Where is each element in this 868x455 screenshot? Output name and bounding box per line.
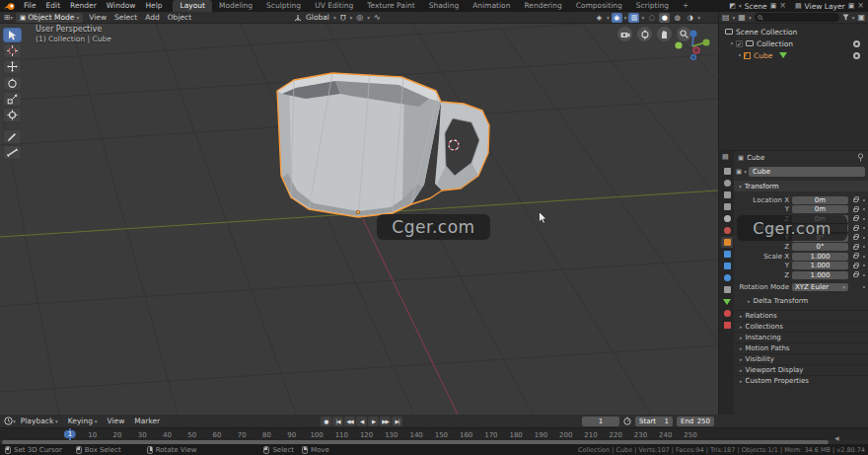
camera-view-button[interactable] <box>617 27 632 41</box>
animate-dot[interactable] <box>863 274 865 276</box>
section-delta-transform[interactable]: ▸Delta Transform <box>734 295 868 306</box>
play-reverse-button[interactable]: ◀ <box>356 417 367 426</box>
viewport-3d[interactable]: User Perspective (1) Collection | Cube C… <box>0 24 718 415</box>
ruler-tick-240[interactable]: 240 <box>659 431 672 439</box>
value-field[interactable]: 0m <box>792 205 848 213</box>
tool-cursor-button[interactable] <box>3 43 22 58</box>
tool-scale-button[interactable] <box>3 92 22 107</box>
ruler-tick-250[interactable]: 250 <box>684 431 696 439</box>
breadcrumb-object-name[interactable]: Cube <box>747 154 764 162</box>
menu-help[interactable]: Help <box>140 0 167 12</box>
properties-tab-texture[interactable] <box>721 320 733 331</box>
ruler-tick-210[interactable]: 210 <box>584 431 597 439</box>
previous-keyframe-button[interactable]: ◀◀ <box>344 417 355 426</box>
menu-file[interactable]: File <box>19 0 41 12</box>
timeline-ruler[interactable]: 1102030405060708090100110120130140150160… <box>0 427 868 440</box>
ruler-tick-80[interactable]: 80 <box>262 431 271 439</box>
collapse-arrow-icon[interactable]: ◀ <box>834 434 839 441</box>
value-field[interactable]: 1.000 <box>792 271 848 279</box>
scene-name[interactable]: Scene <box>745 2 767 11</box>
ruler-tick-130[interactable]: 130 <box>385 431 398 439</box>
viewport-menu-object[interactable]: Object <box>164 12 195 24</box>
pin-icon[interactable] <box>857 153 864 162</box>
view-layer-name[interactable]: View Layer <box>805 2 845 11</box>
viewport-menu-add[interactable]: Add <box>141 12 164 24</box>
play-button[interactable]: ▶ <box>368 417 379 426</box>
section-visibility[interactable]: ▸Visibility <box>734 353 868 364</box>
rotation-mode-dropdown[interactable]: XYZ Euler▾ <box>792 283 848 291</box>
clock-icon[interactable] <box>0 417 13 425</box>
ruler-tick-100[interactable]: 100 <box>310 431 323 439</box>
expander-icon[interactable] <box>739 54 741 56</box>
tool-measure-button[interactable] <box>3 145 22 160</box>
lock-icon[interactable] <box>853 273 858 277</box>
current-frame-field[interactable]: 1 <box>582 417 619 426</box>
end-frame-field[interactable]: End250 <box>677 417 714 426</box>
gizmo-y-axis[interactable] <box>702 38 709 45</box>
close-scene-icon[interactable]: × <box>779 2 786 10</box>
ruler-tick-40[interactable]: 40 <box>163 431 172 439</box>
menu-edit[interactable]: Edit <box>41 0 66 12</box>
shading-wireframe-icon[interactable]: ◌ <box>646 13 657 23</box>
workspace-tab-modeling[interactable]: Modeling <box>212 0 259 12</box>
ruler-tick-90[interactable]: 90 <box>287 431 296 439</box>
lock-icon[interactable] <box>853 265 858 268</box>
timeline-menu-keying[interactable]: Keying ▾ <box>63 417 103 425</box>
shading-material-icon[interactable]: ◍ <box>672 13 683 23</box>
tool-select-box-button[interactable] <box>3 28 22 42</box>
ruler-tick-230[interactable]: 230 <box>634 431 647 439</box>
properties-tab-scene[interactable] <box>721 213 733 224</box>
section-collections[interactable]: ▸Collections <box>734 321 868 332</box>
properties-tab-tool[interactable] <box>721 166 733 177</box>
ruler-tick-30[interactable]: 30 <box>138 431 147 439</box>
pan-view-button[interactable] <box>657 27 672 41</box>
new-scene-icon[interactable]: ▣ <box>770 2 777 10</box>
blender-logo-icon[interactable] <box>4 2 16 11</box>
outliner-row-scene-collection[interactable]: Scene Collection <box>719 26 868 38</box>
animate-dot[interactable] <box>863 208 865 210</box>
ruler-tick-50[interactable]: 50 <box>187 431 196 439</box>
ruler-tick-200[interactable]: 200 <box>559 431 572 439</box>
snap-magnet-icon[interactable]: Ω <box>340 13 346 22</box>
section-motion-paths[interactable]: ▸Motion Paths <box>734 342 868 353</box>
animate-dot[interactable] <box>863 246 865 248</box>
falloff-curve-icon[interactable]: ∿ <box>374 13 381 22</box>
value-field[interactable]: 1.000 <box>792 262 848 269</box>
shading-rendered-icon[interactable]: ◑ <box>685 13 695 23</box>
ruler-tick-220[interactable]: 220 <box>610 431 622 439</box>
expander-icon[interactable] <box>731 42 733 44</box>
properties-tab-output[interactable] <box>721 190 733 200</box>
properties-tab-material[interactable] <box>721 308 733 319</box>
ruler-tick-20[interactable]: 20 <box>113 431 122 439</box>
menu-window[interactable]: Window <box>102 0 141 12</box>
section-custom-properties[interactable]: ▸Custom Properties <box>734 375 868 386</box>
properties-editor-icon[interactable]: ▤ <box>722 153 729 161</box>
close-view-layer-icon[interactable]: × <box>857 2 864 10</box>
auto-keying-button[interactable]: ● <box>321 417 331 426</box>
outliner-editor-icon[interactable]: ▤ <box>722 12 730 24</box>
start-frame-field[interactable]: Start1 <box>635 417 673 426</box>
properties-tab-constraints[interactable] <box>721 284 733 295</box>
xray-toggle-icon[interactable]: ▥ <box>628 13 639 23</box>
visibility-eye-icon[interactable] <box>853 40 860 47</box>
workspace-tab-sculpting[interactable]: Sculpting <box>259 0 308 12</box>
orbit-view-button[interactable] <box>637 27 652 41</box>
mode-dropdown[interactable]: ▣Object Mode▾ <box>16 13 83 23</box>
properties-tab-physics[interactable] <box>721 272 733 283</box>
ruler-tick-190[interactable]: 190 <box>535 431 547 439</box>
timeline-menu-playback[interactable]: Playback ▾ <box>16 417 63 425</box>
viewport-menu-select[interactable]: Select <box>110 12 141 24</box>
animate-dot[interactable] <box>863 237 865 239</box>
animate-dot[interactable] <box>863 199 865 201</box>
section-relations[interactable]: ▸Relations <box>734 310 868 321</box>
tool-rotate-button[interactable] <box>3 76 22 91</box>
jump-to-end-button[interactable]: ▶| <box>392 417 402 426</box>
new-collection-icon[interactable]: ▣ <box>857 12 865 24</box>
outliner-display-mode-icon[interactable]: ▦ <box>738 12 746 24</box>
properties-tab-world[interactable] <box>721 225 733 236</box>
ruler-tick-1[interactable]: 1 <box>64 430 76 438</box>
gizmo-x-neg-axis[interactable] <box>675 41 682 48</box>
workspace-tab-shading[interactable]: Shading <box>422 0 466 12</box>
animate-dot[interactable] <box>863 218 865 220</box>
properties-tab-particles[interactable] <box>721 261 733 271</box>
